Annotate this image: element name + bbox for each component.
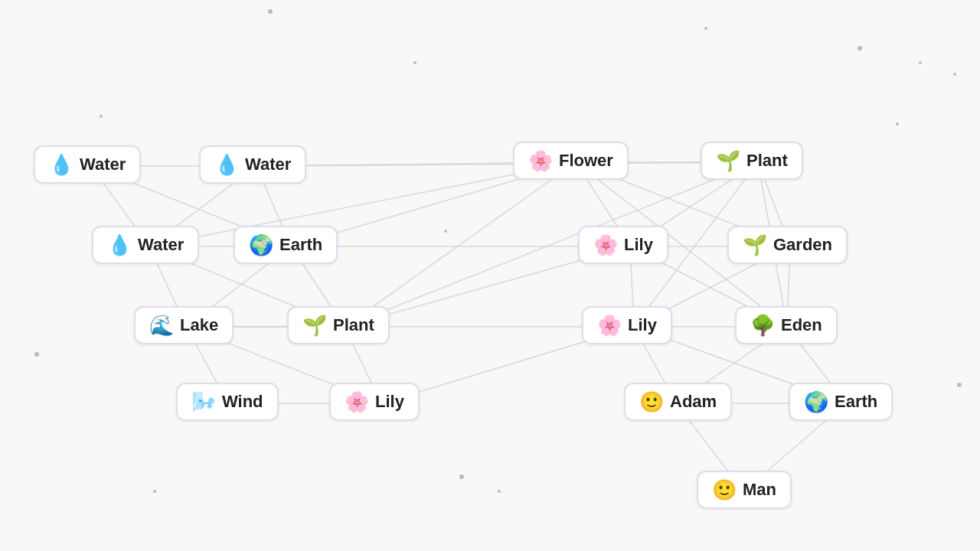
card-emoji: 🙂 bbox=[639, 392, 664, 412]
connections-svg bbox=[0, 0, 980, 551]
card-emoji: 🌳 bbox=[750, 315, 775, 335]
card-emoji: 🌱 bbox=[716, 151, 740, 171]
element-card-water2[interactable]: 💧Water bbox=[199, 145, 306, 184]
decorative-dot bbox=[153, 490, 156, 493]
card-emoji: 🌸 bbox=[528, 151, 553, 171]
card-label: Eden bbox=[781, 315, 822, 335]
decorative-dot bbox=[498, 490, 501, 493]
card-label: Man bbox=[743, 480, 776, 500]
card-label: Wind bbox=[222, 392, 263, 412]
card-label: Water bbox=[245, 155, 291, 174]
decorative-dot bbox=[459, 474, 464, 479]
element-card-lake[interactable]: 🌊Lake bbox=[134, 306, 234, 344]
card-label: Water bbox=[80, 155, 126, 174]
card-label: Garden bbox=[773, 235, 832, 255]
card-emoji: 💧 bbox=[49, 155, 74, 174]
decorative-dot bbox=[100, 115, 103, 118]
card-emoji: 🙂 bbox=[712, 480, 737, 500]
card-label: Plant bbox=[333, 315, 374, 335]
decorative-dot bbox=[919, 61, 922, 64]
element-card-adam[interactable]: 🙂Adam bbox=[624, 383, 732, 421]
element-card-lily3[interactable]: 🌸Lily bbox=[582, 306, 672, 344]
element-card-flower[interactable]: 🌸Flower bbox=[513, 142, 629, 180]
decorative-dot bbox=[444, 230, 447, 233]
card-label: Flower bbox=[559, 151, 613, 171]
decorative-dot bbox=[34, 352, 39, 357]
decorative-dot bbox=[858, 46, 862, 51]
element-card-lily1[interactable]: 🌸Lily bbox=[329, 383, 420, 421]
card-label: Earth bbox=[835, 392, 877, 412]
card-emoji: 💧 bbox=[107, 235, 132, 255]
svg-line-39 bbox=[256, 162, 758, 166]
card-label: Lily bbox=[628, 315, 657, 335]
decorative-dot bbox=[268, 9, 273, 14]
card-label: Lily bbox=[375, 392, 404, 412]
card-label: Lake bbox=[180, 315, 218, 335]
card-emoji: 🌸 bbox=[597, 315, 622, 335]
card-emoji: 🌱 bbox=[302, 315, 327, 335]
decorative-dot bbox=[413, 61, 416, 64]
decorative-dot bbox=[953, 73, 956, 76]
card-emoji: 🌊 bbox=[149, 315, 174, 335]
card-emoji: 🌍 bbox=[804, 392, 828, 412]
element-card-earth2[interactable]: 🌍Earth bbox=[789, 383, 893, 421]
element-card-garden[interactable]: 🌱Garden bbox=[727, 226, 848, 264]
card-label: Earth bbox=[279, 235, 322, 255]
element-card-earth1[interactable]: 🌍Earth bbox=[234, 226, 338, 264]
svg-line-16 bbox=[345, 162, 576, 327]
element-card-plant2[interactable]: 🌱Plant bbox=[701, 142, 803, 180]
element-card-water3[interactable]: 💧Water bbox=[92, 226, 199, 264]
card-emoji: 💧 bbox=[214, 155, 239, 174]
card-label: Lily bbox=[624, 235, 653, 255]
card-emoji: 🌸 bbox=[345, 392, 369, 412]
decorative-dot bbox=[704, 27, 707, 30]
element-card-water1[interactable]: 💧Water bbox=[34, 145, 141, 184]
card-label: Water bbox=[138, 235, 184, 255]
element-card-eden[interactable]: 🌳Eden bbox=[735, 306, 838, 344]
card-label: Adam bbox=[670, 392, 717, 412]
svg-line-17 bbox=[345, 162, 758, 327]
card-label: Plant bbox=[746, 151, 788, 171]
card-emoji: 🌸 bbox=[593, 235, 618, 255]
card-emoji: 🌱 bbox=[743, 235, 767, 255]
card-emoji: 🌬️ bbox=[191, 392, 216, 412]
element-card-plant1[interactable]: 🌱Plant bbox=[287, 306, 390, 344]
element-card-wind[interactable]: 🌬️Wind bbox=[176, 383, 279, 421]
decorative-dot bbox=[896, 122, 899, 126]
element-card-lily2[interactable]: 🌸Lily bbox=[578, 226, 668, 264]
element-card-man[interactable]: 🙂Man bbox=[697, 471, 792, 509]
card-emoji: 🌍 bbox=[249, 235, 273, 255]
decorative-dot bbox=[957, 383, 962, 387]
